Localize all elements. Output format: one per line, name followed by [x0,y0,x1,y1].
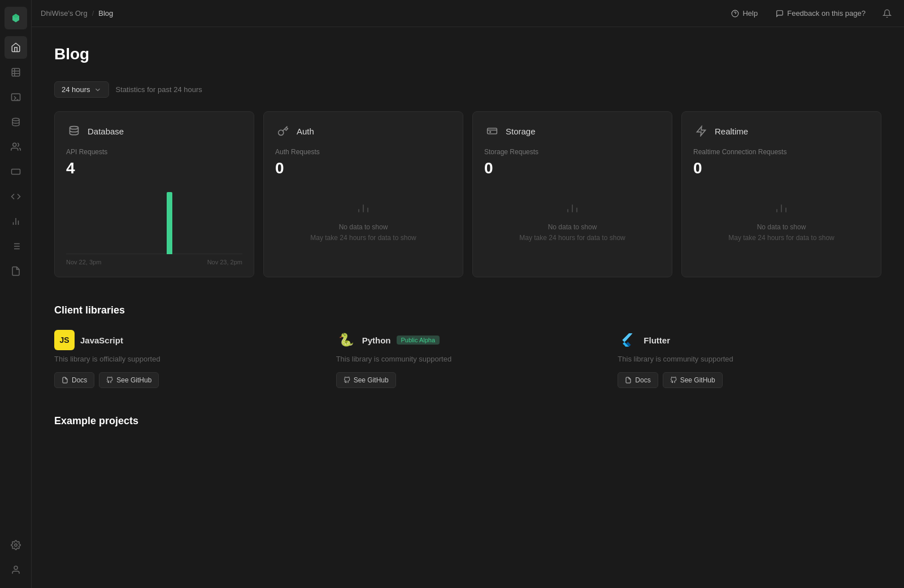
breadcrumb-current: Blog [98,9,113,18]
svg-point-7 [12,143,16,146]
sidebar-item-table[interactable] [5,61,27,84]
sidebar-item-settings[interactable] [5,534,27,556]
library-flutter-desc: This library is community supported [618,355,881,363]
sidebar-item-code[interactable] [5,185,27,208]
example-projects-section: Example projects [54,415,881,427]
auth-card: Auth Auth Requests 0 No data to show M [263,111,463,277]
auth-no-data-icon [354,197,372,217]
library-js-docs-button[interactable]: Docs [54,372,94,388]
notification-bell[interactable] [879,6,895,21]
library-js-github-label: See GitHub [116,376,151,384]
sidebar-item-user-avatar[interactable] [5,559,27,581]
svg-point-22 [70,127,79,129]
sidebar [0,0,32,588]
library-flutter-github-label: See GitHub [680,376,715,384]
sidebar-item-list[interactable] [5,235,27,258]
help-label: Help [742,9,758,18]
realtime-metric-label: Realtime Connection Requests [693,148,870,156]
database-chart-timestamps: Nov 22, 3pm Nov 23, 2pm [66,259,242,265]
storage-chart-area: No data to show May take 24 hours for da… [484,186,660,254]
stats-grid: Database API Requests 4 Nov 22, 3pm Nov … [54,111,881,277]
github-icon [106,377,113,384]
sidebar-item-analytics[interactable] [5,210,27,233]
library-flutter-docs-label: Docs [635,376,650,384]
library-flutter-icon [618,330,638,350]
realtime-no-data-text: No data to show May take 24 hours for da… [728,222,834,243]
library-item-flutter: Flutter This library is community suppor… [618,330,881,388]
library-python-name: Python [362,336,391,345]
svg-point-18 [14,544,17,547]
auth-no-data-text: No data to show May take 24 hours for da… [310,222,416,243]
sidebar-item-database[interactable] [5,111,27,133]
sidebar-item-terminal[interactable] [5,86,27,108]
svg-rect-0 [12,68,20,76]
database-metric-label: API Requests [66,148,242,156]
auth-card-header: Auth [275,123,451,139]
library-python-header: 🐍 Python Public Alpha [336,330,600,350]
library-item-js: JS JavaScript This library is officially… [54,330,318,388]
library-flutter-buttons: Docs See GitHub [618,372,881,388]
realtime-card-title: Realtime [715,127,748,136]
library-flutter-docs-button[interactable]: Docs [618,372,658,388]
library-js-github-button[interactable]: See GitHub [99,372,159,388]
auth-card-icon [275,123,291,139]
realtime-card: Realtime Realtime Connection Requests 0 … [681,111,881,277]
storage-card-header: Storage [484,123,660,139]
database-card-header: Database [66,123,242,139]
breadcrumb-org[interactable]: DhiWise's Org [41,9,88,18]
library-item-python: 🐍 Python Public Alpha This library is co… [336,330,600,388]
library-flutter-github-button[interactable]: See GitHub [663,372,723,388]
database-bar [167,192,172,254]
library-python-github-label: See GitHub [354,376,389,384]
library-js-header: JS JavaScript [54,330,318,350]
svg-rect-26 [488,128,497,134]
chart-date-start: Nov 22, 3pm [66,259,101,265]
filter-bar: 24 hours Statistics for past 24 hours [54,81,881,98]
auth-chart-area: No data to show May take 24 hours for da… [275,186,451,254]
chevron-down-icon [94,86,102,94]
topnav-right: Help Feedback on this page? [727,6,895,21]
breadcrumb-separator: / [92,9,94,18]
doc-icon [62,377,68,384]
breadcrumb: DhiWise's Org / Blog [41,9,113,18]
example-projects-title: Example projects [54,415,881,427]
feedback-button[interactable]: Feedback on this page? [771,7,870,20]
sidebar-item-users[interactable] [5,136,27,158]
feedback-icon [776,10,784,18]
svg-point-19 [14,566,18,569]
library-js-desc: This library is officially supported [54,355,318,363]
database-metric-value: 4 [66,159,242,177]
stats-description: Statistics for past 24 hours [116,85,202,94]
sidebar-item-file[interactable] [5,260,27,282]
client-libraries-title: Client libraries [54,304,881,316]
database-chart: Nov 22, 3pm Nov 23, 2pm [66,186,242,265]
help-button[interactable]: Help [727,7,762,20]
sidebar-item-storage[interactable] [5,160,27,183]
sidebar-item-home[interactable] [5,36,27,59]
library-js-name: JavaScript [80,336,123,345]
library-python-icon: 🐍 [336,330,357,350]
database-card-title: Database [88,127,124,136]
auth-metric-label: Auth Requests [275,148,451,156]
page-title: Blog [54,45,881,63]
storage-card-icon [484,123,500,139]
doc-icon-flutter [625,377,632,384]
database-card: Database API Requests 4 Nov 22, 3pm Nov … [54,111,254,277]
storage-card-title: Storage [506,127,536,136]
time-filter-dropdown[interactable]: 24 hours [54,81,109,98]
time-filter-label: 24 hours [62,85,90,94]
library-python-badge: Public Alpha [397,336,440,345]
library-python-buttons: See GitHub [336,372,600,388]
main-wrapper: DhiWise's Org / Blog Help Feedback on th… [32,0,904,588]
client-libraries-section: Client libraries JS JavaScript This libr… [54,304,881,388]
library-flutter-header: Flutter [618,330,881,350]
auth-card-title: Auth [297,127,314,136]
storage-no-data-text: No data to show May take 24 hours for da… [519,222,625,243]
svg-point-27 [490,132,491,133]
library-js-buttons: Docs See GitHub [54,372,318,388]
storage-no-data-icon [563,197,581,217]
library-python-github-button[interactable]: See GitHub [336,372,396,388]
sidebar-logo[interactable] [5,7,27,29]
realtime-card-header: Realtime [693,123,870,139]
realtime-card-icon [693,123,709,139]
